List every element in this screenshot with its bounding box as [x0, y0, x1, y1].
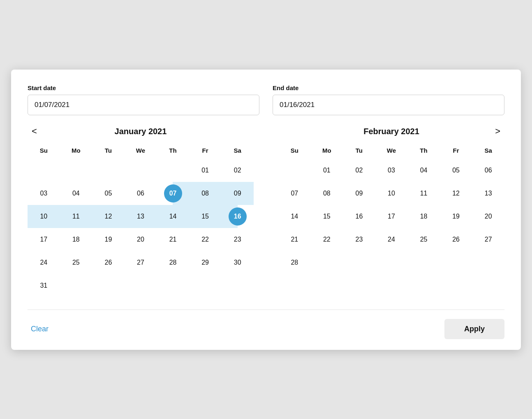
right-cal-day[interactable]: 08: [311, 182, 343, 205]
right-calendar: February 2021 > Su Mo Tu We Th Fr Sa 010…: [266, 127, 504, 305]
day-number: 13: [479, 184, 497, 203]
left-cal-day: [60, 159, 93, 182]
left-cal-day[interactable]: 12: [92, 205, 125, 228]
day-number: 26: [99, 254, 117, 272]
left-cal-day[interactable]: 25: [60, 251, 93, 274]
right-cal-day[interactable]: 28: [278, 251, 311, 274]
left-cal-day[interactable]: 27: [125, 251, 157, 274]
right-cal-day[interactable]: 25: [407, 228, 440, 251]
left-cal-day[interactable]: 16: [221, 205, 254, 228]
left-cal-day[interactable]: 20: [125, 228, 157, 251]
left-cal-day[interactable]: 29: [189, 251, 222, 274]
right-cal-day[interactable]: 10: [375, 182, 408, 205]
start-date-input[interactable]: [28, 95, 259, 115]
left-cal-day[interactable]: 30: [221, 251, 254, 274]
day-number: 03: [382, 161, 400, 179]
left-cal-day[interactable]: 04: [60, 182, 93, 205]
left-cal-day[interactable]: 01: [189, 159, 222, 182]
left-cal-week-5: 31: [28, 274, 254, 297]
day-number: 23: [229, 230, 247, 249]
day-number: 01: [196, 161, 214, 179]
left-cal-title: January 2021: [115, 127, 167, 136]
left-cal-day[interactable]: 03: [28, 182, 60, 205]
day-number: 12: [99, 207, 117, 226]
left-weekday-sa: Sa: [221, 144, 254, 159]
left-cal-day[interactable]: 15: [189, 205, 222, 228]
right-cal-header: February 2021 >: [278, 127, 504, 136]
right-cal-day[interactable]: 15: [311, 205, 343, 228]
right-cal-day[interactable]: 13: [472, 182, 504, 205]
left-cal-day: [125, 274, 157, 297]
start-date-label: Start date: [28, 84, 259, 91]
right-cal-day[interactable]: 26: [440, 228, 472, 251]
left-cal-day[interactable]: 23: [221, 228, 254, 251]
right-cal-day[interactable]: 20: [472, 205, 504, 228]
left-cal-day[interactable]: 11: [60, 205, 93, 228]
left-cal-day[interactable]: 05: [92, 182, 125, 205]
next-month-button[interactable]: >: [491, 124, 504, 138]
right-cal-day[interactable]: 19: [440, 205, 472, 228]
day-number: 03: [35, 184, 53, 203]
right-cal-day[interactable]: 14: [278, 205, 311, 228]
right-cal-day[interactable]: 01: [311, 159, 343, 182]
right-cal-day[interactable]: 04: [407, 159, 440, 182]
left-cal-day[interactable]: 28: [157, 251, 189, 274]
left-cal-day[interactable]: 21: [157, 228, 189, 251]
day-number: 11: [415, 184, 433, 203]
end-date-input[interactable]: [273, 95, 504, 115]
right-cal-day[interactable]: 27: [472, 228, 504, 251]
right-cal-day[interactable]: 17: [375, 205, 408, 228]
left-cal-day: [221, 274, 254, 297]
right-cal-day[interactable]: 06: [472, 159, 504, 182]
right-cal-day[interactable]: 16: [343, 205, 375, 228]
right-cal-day: [440, 251, 472, 274]
day-number: 02: [350, 161, 368, 179]
day-number: 30: [229, 254, 247, 272]
day-number: 08: [318, 184, 336, 203]
right-cal-day[interactable]: 02: [343, 159, 375, 182]
right-cal-day[interactable]: 23: [343, 228, 375, 251]
left-cal-day[interactable]: 22: [189, 228, 222, 251]
clear-button[interactable]: Clear: [28, 323, 52, 335]
left-cal-day[interactable]: 10: [28, 205, 60, 228]
right-cal-day[interactable]: 11: [407, 182, 440, 205]
left-cal-day[interactable]: 13: [125, 205, 157, 228]
right-cal-day[interactable]: 03: [375, 159, 408, 182]
right-cal-day: [375, 251, 408, 274]
right-cal-week-4: 28: [278, 251, 504, 274]
left-cal-day[interactable]: 24: [28, 251, 60, 274]
left-cal-day[interactable]: 06: [125, 182, 157, 205]
right-cal-day[interactable]: 12: [440, 182, 472, 205]
right-cal-day[interactable]: 22: [311, 228, 343, 251]
apply-button[interactable]: Apply: [444, 319, 504, 339]
left-cal-day[interactable]: 18: [60, 228, 93, 251]
left-cal-day[interactable]: 09: [221, 182, 254, 205]
left-cal-day[interactable]: 17: [28, 228, 60, 251]
left-weekday-th: Th: [157, 144, 189, 159]
right-cal-day[interactable]: 07: [278, 182, 311, 205]
left-cal-day[interactable]: 31: [28, 274, 60, 297]
day-number: 05: [447, 161, 465, 179]
right-cal-day[interactable]: 24: [375, 228, 408, 251]
day-number: 12: [447, 184, 465, 203]
day-number: 05: [99, 184, 117, 203]
right-cal-day: [311, 251, 343, 274]
day-number: 17: [382, 207, 400, 226]
day-number: 06: [479, 161, 497, 179]
left-cal-day[interactable]: 02: [221, 159, 254, 182]
prev-month-button[interactable]: <: [28, 124, 41, 138]
left-cal-day[interactable]: 14: [157, 205, 189, 228]
day-number: 18: [67, 230, 85, 249]
right-weekday-tu: Tu: [343, 144, 375, 159]
right-weekday-th: Th: [407, 144, 440, 159]
right-cal-day[interactable]: 21: [278, 228, 311, 251]
left-cal-day[interactable]: 08: [189, 182, 222, 205]
right-cal-day[interactable]: 18: [407, 205, 440, 228]
left-cal-day[interactable]: 19: [92, 228, 125, 251]
right-cal-day[interactable]: 09: [343, 182, 375, 205]
right-cal-day[interactable]: 05: [440, 159, 472, 182]
left-weekday-su: Su: [28, 144, 60, 159]
day-number: 19: [99, 230, 117, 249]
left-cal-day[interactable]: 07: [157, 182, 189, 205]
left-cal-day[interactable]: 26: [92, 251, 125, 274]
